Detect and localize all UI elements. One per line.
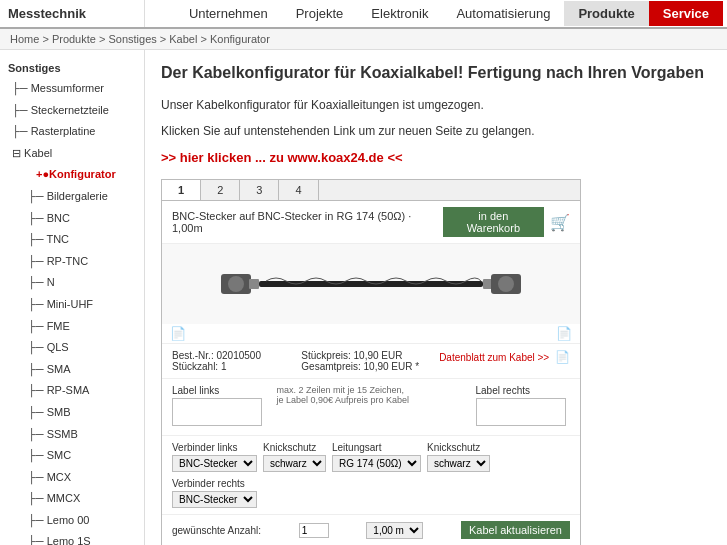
redirect-link[interactable]: >> hier klicken ... zu www.koax24.de << bbox=[161, 150, 711, 165]
conf-tab-2[interactable]: 2 bbox=[201, 180, 240, 200]
conf-icons-row: 📄 📄 bbox=[162, 324, 580, 343]
nav-item-projekte[interactable]: Projekte bbox=[282, 1, 358, 26]
breadcrumb: Home > Produkte > Sonstiges > Kabel > Ko… bbox=[0, 29, 727, 50]
connector-right-label: Verbinder rechts bbox=[172, 478, 257, 489]
cart-icon[interactable]: 🛒 bbox=[550, 213, 570, 232]
nav-item-elektronik[interactable]: Elektronik bbox=[357, 1, 442, 26]
conf-tab-1[interactable]: 1 bbox=[162, 180, 201, 200]
add-to-cart-button[interactable]: in den Warenkorb bbox=[443, 207, 544, 237]
sidebar-item[interactable]: ├─ SMA bbox=[0, 359, 144, 381]
sidebar-item[interactable]: ├─ Messumformer bbox=[0, 78, 144, 100]
shield-left-select[interactable]: schwarz bbox=[263, 455, 326, 472]
cable-image bbox=[221, 254, 521, 314]
shield-right-select[interactable]: schwarz bbox=[427, 455, 490, 472]
label-right-input[interactable] bbox=[476, 398, 566, 426]
nav-item-automatisierung[interactable]: Automatisierung bbox=[442, 1, 564, 26]
conf-connectors: Verbinder links BNC-Stecker Knickschutz … bbox=[162, 435, 580, 514]
label-left-label: Label links bbox=[172, 385, 267, 396]
content-para2: Klicken Sie auf untenstehenden Link um z… bbox=[161, 122, 711, 140]
top-nav: UnternehmenProjekteElektronikAutomatisie… bbox=[145, 0, 727, 27]
sidebar-item[interactable]: +●Konfigurator bbox=[0, 164, 144, 186]
sidebar-item[interactable]: ├─ MCX bbox=[0, 467, 144, 489]
total-price: Gesamtpreis: 10,90 EUR * bbox=[301, 361, 419, 372]
pdf-icon-right[interactable]: 📄 bbox=[556, 326, 572, 341]
sidebar-item[interactable]: ├─ Steckernetzteile bbox=[0, 100, 144, 122]
logo: Messtechnik bbox=[0, 0, 145, 27]
product-name: BNC-Stecker auf BNC-Stecker in RG 174 (5… bbox=[172, 210, 443, 234]
conf-tab-4[interactable]: 4 bbox=[279, 180, 318, 200]
datasheet-link[interactable]: Datenblatt zum Kabel >> bbox=[439, 352, 549, 363]
label-hint: max. 2 Zeilen mit je 15 Zeichen, je Labe… bbox=[277, 385, 466, 405]
sidebar-item[interactable]: ├─ BNC bbox=[0, 208, 144, 230]
svg-rect-2 bbox=[249, 279, 259, 289]
quantity-display: Stückzahl: 1 bbox=[172, 361, 281, 372]
sidebar-item[interactable]: ├─ SMB bbox=[0, 402, 144, 424]
cable-type-label: Leitungsart bbox=[332, 442, 421, 453]
pdf-icon-left[interactable]: 📄 bbox=[170, 326, 186, 341]
sidebar-item[interactable]: ├─ Mini-UHF bbox=[0, 294, 144, 316]
sidebar-section-title: Sonstiges bbox=[0, 58, 144, 78]
page-title: Der Kabelkonfigurator für Koaxialkabel! … bbox=[161, 62, 711, 84]
connector-right-select[interactable]: BNC-Stecker bbox=[172, 491, 257, 508]
nav-item-unternehmen[interactable]: Unternehmen bbox=[175, 1, 282, 26]
shield-right-label: Knickschutz bbox=[427, 442, 490, 453]
conf-image-area bbox=[162, 244, 580, 324]
content-area: Der Kabelkonfigurator für Koaxialkabel! … bbox=[145, 50, 727, 545]
configurator-widget: 1234 BNC-Stecker auf BNC-Stecker in RG 1… bbox=[161, 179, 581, 545]
qty-input[interactable] bbox=[299, 523, 329, 538]
update-cable-button[interactable]: Kabel aktualisieren bbox=[461, 521, 570, 539]
svg-point-1 bbox=[228, 276, 244, 292]
sidebar-item[interactable]: ⊟ Kabel bbox=[0, 143, 144, 165]
sidebar-item[interactable]: ├─ Lemo 1S bbox=[0, 531, 144, 545]
sidebar-item[interactable]: ├─ Bildergalerie bbox=[0, 186, 144, 208]
sidebar-item[interactable]: ├─ N bbox=[0, 272, 144, 294]
sidebar-item[interactable]: ├─ MMCX bbox=[0, 488, 144, 510]
cable-type-select[interactable]: RG 174 (50Ω) bbox=[332, 455, 421, 472]
conf-details: Best.-Nr.: 02010500 Stückzahl: 1 Stückpr… bbox=[162, 343, 580, 378]
nav-item-produkte[interactable]: Produkte bbox=[564, 1, 648, 26]
sidebar-item[interactable]: ├─ TNC bbox=[0, 229, 144, 251]
sidebar: Sonstiges ├─ Messumformer├─ Steckernetzt… bbox=[0, 50, 145, 545]
sidebar-item[interactable]: ├─ Rasterplatine bbox=[0, 121, 144, 143]
label-right-label: Label rechts bbox=[476, 385, 571, 396]
sidebar-item[interactable]: ├─ RP-TNC bbox=[0, 251, 144, 273]
length-select[interactable]: 1,00 m bbox=[366, 522, 423, 539]
unit-price: Stückpreis: 10,90 EUR bbox=[301, 350, 419, 361]
conf-qty-row: gewünschte Anzahl: 1,00 m Kabel aktualis… bbox=[162, 514, 580, 545]
sidebar-item[interactable]: ├─ QLS bbox=[0, 337, 144, 359]
sidebar-item[interactable]: ├─ SSMB bbox=[0, 424, 144, 446]
conf-tabs: 1234 bbox=[162, 180, 580, 201]
order-number: Best.-Nr.: 02010500 bbox=[172, 350, 281, 361]
pdf-icon-detail[interactable]: 📄 bbox=[555, 350, 570, 364]
svg-point-6 bbox=[498, 276, 514, 292]
qty-label: gewünschte Anzahl: bbox=[172, 525, 261, 536]
label-left-input[interactable] bbox=[172, 398, 262, 426]
sidebar-item[interactable]: ├─ FME bbox=[0, 316, 144, 338]
conf-tab-3[interactable]: 3 bbox=[240, 180, 279, 200]
conf-product-bar: BNC-Stecker auf BNC-Stecker in RG 174 (5… bbox=[162, 201, 580, 244]
sidebar-item[interactable]: ├─ RP-SMA bbox=[0, 380, 144, 402]
nav-item-service[interactable]: Service bbox=[649, 1, 723, 26]
content-para1: Unser Kabelkonfigurator für Koaxialleitu… bbox=[161, 96, 711, 114]
sidebar-item[interactable]: ├─ Lemo 00 bbox=[0, 510, 144, 532]
connector-left-select[interactable]: BNC-Stecker bbox=[172, 455, 257, 472]
sidebar-item[interactable]: ├─ SMC bbox=[0, 445, 144, 467]
shield-left-label: Knickschutz bbox=[263, 442, 326, 453]
conf-label-area: Label links max. 2 Zeilen mit je 15 Zeic… bbox=[162, 378, 580, 435]
connector-left-label: Verbinder links bbox=[172, 442, 257, 453]
